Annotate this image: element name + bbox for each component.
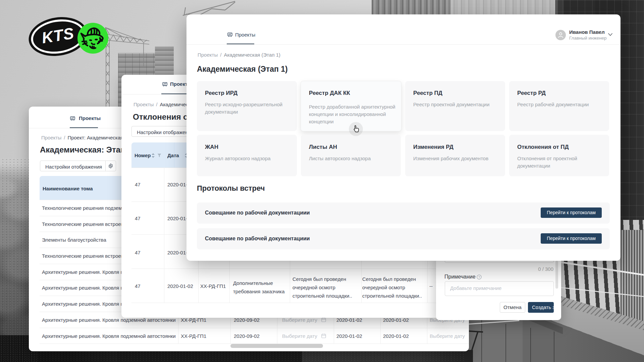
svg-text:?: ?	[478, 276, 480, 279]
